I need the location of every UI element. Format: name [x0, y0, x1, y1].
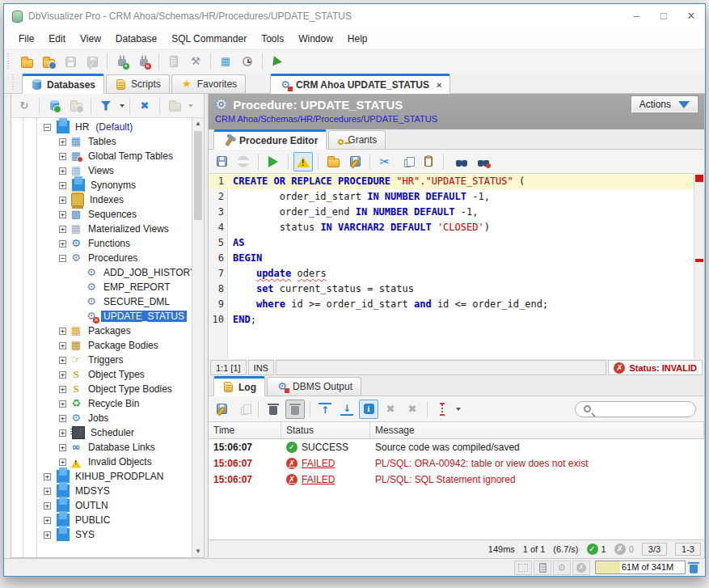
tab-dbms-output[interactable]: ⚙ DBMS Output [267, 377, 361, 396]
tree-item-label[interactable]: HR [73, 121, 91, 133]
tree-item-label[interactable]: PUBLIC [73, 514, 112, 526]
tree-expander-icon[interactable]: + [59, 226, 66, 233]
tree-expander-icon[interactable]: + [59, 167, 66, 175]
tree-item-kihub-prodplan[interactable]: +KIHUB_PRODPLAN [11, 469, 192, 484]
tree-expander-icon[interactable]: − [44, 124, 51, 131]
code-line-5[interactable]: 5AS [209, 235, 694, 251]
tree-item-label[interactable]: ADD_JOB_HISTORY [101, 267, 192, 278]
save-procedure-button[interactable] [212, 152, 231, 171]
collapse-all-button[interactable]: ✖ [135, 96, 154, 116]
tree-item-label[interactable]: Packages [86, 325, 133, 336]
tree-item-label[interactable]: MDSYS [73, 485, 112, 497]
tree-expander-icon[interactable]: + [59, 182, 66, 189]
tree-expander-icon[interactable]: + [44, 502, 51, 510]
edit-log-button[interactable] [212, 400, 231, 419]
tree-item-jobs[interactable]: +⚙Jobs [11, 411, 192, 425]
scroll-to-bottom-button[interactable]: ↓ [337, 400, 357, 419]
tree-expander-icon[interactable]: + [59, 197, 66, 204]
menu-window[interactable]: Window [292, 30, 340, 48]
scroll-down-icon[interactable]: ▼ [195, 546, 201, 557]
tree-item-emp-report[interactable]: ⚙EMP_REPORT [11, 280, 192, 294]
tree-item-label[interactable]: Materialized Views [86, 223, 171, 235]
tree-item-packages[interactable]: +▦Packages [11, 324, 192, 338]
code-body[interactable]: 1CREATE OR REPLACE PROCEDURE "HR"."UPDAT… [209, 174, 694, 359]
row-limit-button[interactable] [433, 400, 452, 419]
tree-item-label[interactable]: Package Bodies [86, 340, 161, 351]
find-button[interactable] [449, 152, 468, 171]
error-marker-icon[interactable] [695, 175, 703, 182]
tree-item-label[interactable]: EMP_REPORT [101, 281, 172, 293]
log-row[interactable]: 15:06:07✓SUCCESSSource code was compiled… [209, 439, 704, 455]
tree-expander-icon[interactable]: + [59, 328, 66, 335]
tree-item-label[interactable]: Functions [86, 238, 133, 249]
menu-help[interactable]: Help [341, 30, 374, 48]
tree-item-secure-dml[interactable]: ⚙SECURE_DML [11, 294, 192, 309]
tree-item-materialized-views[interactable]: +▦Materialized Views [11, 222, 192, 236]
tree-item-indexes[interactable]: +Indexes [11, 192, 192, 207]
filter-tree-button[interactable] [96, 96, 116, 116]
tab-databases[interactable]: Databases [22, 74, 104, 94]
tab-document-update-status[interactable]: ⚙ CRM Ahoa UPDATE_STATUS × [270, 74, 450, 94]
close-button[interactable]: ✕ [677, 4, 705, 28]
server-info-button[interactable] [164, 52, 184, 71]
tree-expander-icon[interactable]: + [59, 444, 66, 451]
refresh-tree-button[interactable]: ↻ [15, 96, 34, 116]
copy-log-button[interactable] [234, 400, 253, 419]
code-line-6[interactable]: 6BEGIN [209, 251, 694, 266]
scrollbar-track[interactable] [192, 129, 204, 546]
tree-expander-icon[interactable]: + [44, 531, 51, 539]
code-line-7[interactable]: 7 update oders [209, 266, 694, 281]
tree-expander-icon[interactable]: + [59, 211, 66, 218]
tree-item-invalid-objects[interactable]: +Invalid Objects [11, 455, 192, 469]
code-line-8[interactable]: 8 set current_status = status [209, 281, 694, 297]
paste-button[interactable] [419, 152, 438, 171]
create-folder-button[interactable] [66, 96, 86, 116]
tree-item-recycle-bin[interactable]: +♻Recycle Bin [11, 396, 192, 411]
save-to-file-button[interactable] [345, 152, 365, 171]
tab-procedure-editor[interactable]: Procedure Editor [213, 129, 327, 150]
stop-button[interactable] [234, 152, 253, 171]
run-button[interactable] [268, 52, 287, 71]
filter-dropdown-caret[interactable] [120, 104, 124, 108]
tree-item-global-temp-tables[interactable]: +▦Global Temp Tables [11, 149, 192, 163]
tree-expander-icon[interactable]: + [59, 400, 66, 408]
col-message[interactable]: Message [370, 422, 704, 438]
disconnect-button[interactable] [134, 52, 154, 71]
save-button[interactable] [61, 52, 80, 71]
tab-close-icon[interactable]: × [437, 80, 441, 90]
maximize-button[interactable]: □ [650, 4, 677, 28]
menu-view[interactable]: View [74, 30, 108, 48]
actions-button[interactable]: Actions [631, 96, 698, 112]
save-as-button[interactable] [82, 52, 102, 71]
tree-expander-icon[interactable]: + [59, 240, 66, 247]
tree-item-procedures[interactable]: −⚙Procedures [11, 251, 192, 265]
tree-item-add-job-history[interactable]: ⚙ADD_JOB_HISTORY [11, 265, 192, 280]
tab-scripts[interactable]: Scripts [106, 74, 170, 93]
tab-grants[interactable]: Grants [328, 130, 386, 149]
open-connection-button[interactable] [39, 52, 58, 71]
tree-item-views[interactable]: +▦Views [11, 163, 192, 178]
log-search-box[interactable] [575, 401, 696, 417]
tree-item-label[interactable]: SECURE_DML [101, 296, 172, 307]
tree-item-label[interactable]: Procedures [86, 252, 140, 264]
tree-item-database-links[interactable]: +∞Database Links [11, 440, 192, 455]
tree-expander-icon[interactable]: + [59, 429, 66, 437]
menu-file[interactable]: File [12, 30, 40, 48]
scrollbar-thumb[interactable] [194, 131, 202, 220]
tree-item-label[interactable]: Object Type Bodies [86, 383, 175, 395]
tree-item-label[interactable]: UPDATE_STATUS [101, 311, 187, 322]
tree-item-label[interactable]: Triggers [86, 354, 126, 366]
tree-item-synonyms[interactable]: +Synonyms [11, 178, 192, 192]
menu-database[interactable]: Database [109, 30, 163, 48]
menu-sql-commander[interactable]: SQL Commander [165, 30, 253, 48]
locate-dropdown-caret[interactable] [188, 104, 193, 108]
tree-expander-icon[interactable]: + [59, 138, 66, 146]
code-line-9[interactable]: 9 where id >= order_id_start and id <= o… [209, 297, 694, 312]
code-line-3[interactable]: 3 order_id_end IN NUMBER DEFAULT -1, [209, 205, 694, 220]
cut-button[interactable]: ✂ [375, 152, 395, 171]
log-row[interactable]: 15:06:07✗FAILEDPL/SQL: ORA-00942: table … [209, 455, 704, 472]
tree-item-public[interactable]: +PUBLIC [11, 513, 192, 527]
create-connection-button[interactable] [44, 96, 64, 116]
locate-object-button[interactable] [165, 96, 184, 116]
tree-item-functions[interactable]: +⚙Functions [11, 236, 192, 251]
